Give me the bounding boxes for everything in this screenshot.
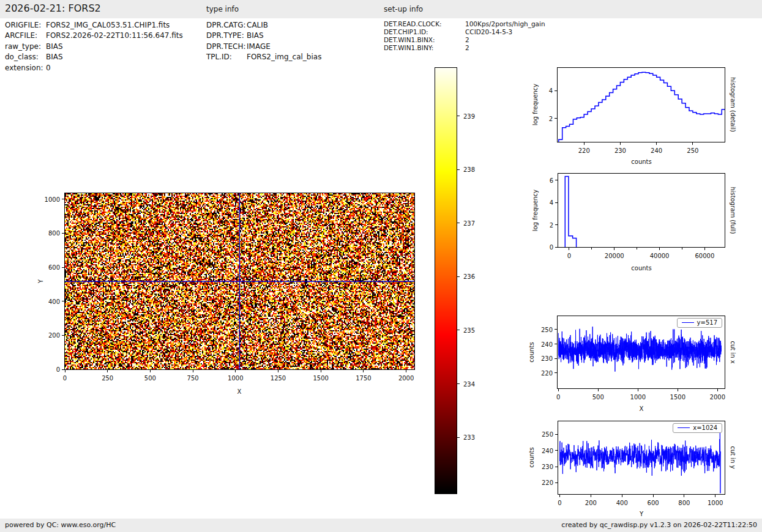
cut-in-y-plot: x=1024: [558, 421, 725, 495]
tick-label: 600: [648, 500, 659, 506]
tick-label: 2: [549, 115, 553, 122]
tick-label: 1250: [271, 375, 286, 382]
info-row: ARCFILE:FORS2.2026-02-22T10:11:56.647.fi…: [5, 31, 183, 41]
x-axis-tick: [622, 495, 622, 497]
y-axis-tick: [555, 329, 557, 330]
info-row: DPR.TECH:IMAGE: [206, 42, 321, 52]
info-label: DPR.TYPE:: [206, 31, 247, 41]
footer-right-text: created by qc_rawdisp.py v1.2.3 on 2026-…: [561, 521, 757, 529]
tick-label: 2000: [398, 375, 414, 382]
tick-label: 0: [556, 394, 560, 401]
main-y-axis-label: Y: [37, 279, 44, 283]
colorbar-tick: [457, 330, 460, 330]
info-label: raw_type:: [5, 42, 46, 52]
tick-label: 1500: [313, 375, 328, 382]
histogram-detail-plot: [557, 67, 725, 142]
info-value: 2: [465, 36, 469, 43]
tick-label: 1750: [356, 375, 371, 382]
tick-label: 1000: [228, 375, 243, 382]
tick-label: 240: [541, 341, 553, 347]
colorbar-tick: [457, 383, 460, 384]
info-label: DET.WIN1.BINX:: [384, 36, 465, 44]
y-axis-tick: [555, 358, 557, 359]
info-label: DET.READ.CLOCK:: [384, 20, 465, 28]
hist-full-title: histogram (full): [730, 187, 736, 234]
info-value: 2: [465, 44, 469, 51]
tick-label: 230: [542, 464, 553, 470]
tick-label: 500: [144, 375, 156, 382]
legend-line-sample: [682, 322, 694, 323]
colorbar-tick: [457, 169, 460, 170]
info-value: FORS2_img_cal_bias: [247, 53, 321, 61]
tick-label: 800: [48, 230, 60, 237]
y-axis-tick: [555, 91, 557, 91]
hist-full-y-axis-label: log frequency: [532, 190, 539, 232]
info-value: CCID20-14-5-3: [465, 28, 512, 35]
info-value: IMAGE: [247, 42, 271, 51]
tick-label: 400: [48, 298, 60, 305]
info-label: DET.WIN1.BINY:: [384, 44, 465, 52]
x-axis-tick: [620, 142, 621, 145]
tick-label: 20000: [605, 253, 624, 259]
info-label: extension:: [5, 63, 46, 73]
colorbar-tick-label: 235: [463, 327, 475, 333]
info-label: ORIGFILE:: [5, 20, 46, 31]
tick-label: 600: [48, 264, 60, 271]
raw-image-plot: [64, 193, 415, 370]
y-axis-tick: [555, 180, 558, 180]
x-axis-tick: [704, 248, 705, 250]
info-row: DET.WIN1.BINY:2: [384, 44, 545, 52]
legend-label: y=517: [697, 319, 717, 326]
info-row: do_class:BIAS: [5, 52, 183, 62]
info-value: FORS2.2026-02-22T10:11:56.647.fits: [46, 31, 183, 40]
tick-label: 230: [614, 147, 626, 154]
y-axis-tick: [555, 467, 558, 467]
y-axis-tick: [555, 372, 557, 373]
y-axis-tick: [62, 301, 64, 301]
x-axis-tick: [559, 495, 560, 497]
setup-info-heading: set-up info: [384, 5, 423, 13]
x-axis-tick: [614, 248, 614, 250]
raw-image-canvas: [65, 193, 414, 369]
colorbar-tick: [457, 437, 460, 438]
x-axis-tick: [659, 248, 660, 250]
x-axis-tick: [715, 495, 715, 497]
x-axis-tick: [107, 370, 108, 372]
x-axis-tick: [558, 389, 559, 391]
x-axis-tick: [717, 389, 718, 391]
tick-label: 60000: [695, 253, 715, 259]
tick-label: 40000: [650, 253, 670, 259]
tick-label: 0: [550, 244, 553, 251]
cut-in-x-plot: y=517: [557, 316, 725, 389]
tick-label: 1000: [630, 394, 646, 401]
x-axis-tick: [363, 370, 364, 372]
y-axis-tick: [555, 344, 557, 344]
cut-x-title: cut in x: [730, 341, 736, 363]
info-value: 0: [46, 64, 51, 72]
colorbar-tick-label: 238: [463, 166, 475, 173]
hist-detail-y-axis-label: log frequency: [532, 84, 539, 126]
info-value: 100Kps/2ports/high_gain: [465, 20, 545, 28]
colorbar: [435, 67, 457, 494]
histogram-full-canvas: [558, 174, 725, 247]
info-value: CALIB: [247, 21, 268, 29]
colorbar-tick-label: 236: [463, 273, 475, 280]
tick-label: 0: [56, 366, 60, 373]
info-value: FORS2_IMG_CAL053.51.CHIP1.fits: [46, 21, 170, 29]
x-axis-minor-tick: [682, 248, 682, 249]
x-axis-tick: [235, 370, 236, 372]
y-axis-tick: [555, 224, 558, 225]
tick-label: 4: [549, 87, 553, 94]
x-axis-tick: [406, 370, 406, 372]
page-title: 2026-02-21: FORS2: [5, 2, 101, 14]
info-value: BIAS: [46, 53, 63, 61]
cut-in-x-legend: y=517: [677, 318, 722, 328]
info-row: DPR.CATG:CALIB: [206, 20, 321, 31]
x-axis-tick: [692, 142, 693, 145]
legend-label: x=1024: [693, 424, 717, 431]
colorbar-tick-label: 239: [463, 113, 475, 119]
tick-label: 4: [550, 199, 553, 206]
tick-label: 230: [541, 355, 553, 362]
hist-detail-x-axis-label: counts: [631, 158, 651, 165]
tick-label: 200: [48, 332, 60, 339]
